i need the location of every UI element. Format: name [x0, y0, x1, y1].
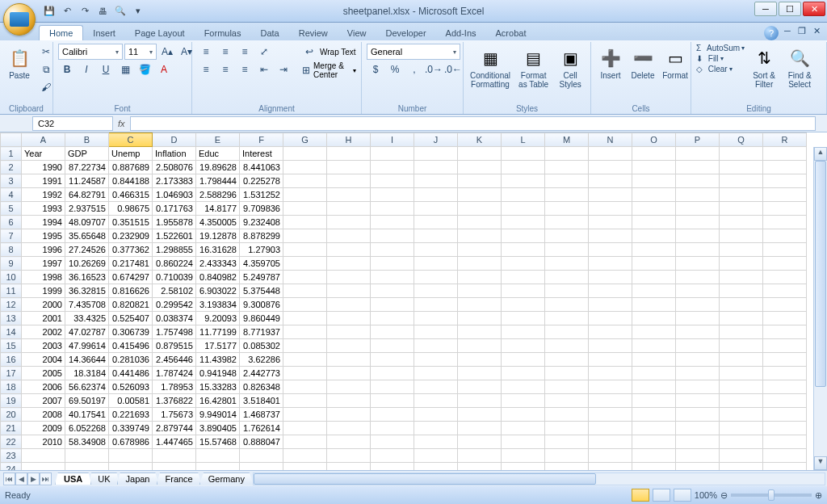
format-as-table-button[interactable]: ▤Format as Table: [515, 44, 552, 90]
cell-J3[interactable]: [414, 174, 458, 188]
cell-I5[interactable]: [371, 202, 414, 216]
cell-L7[interactable]: [502, 229, 545, 243]
underline-button[interactable]: U: [97, 61, 115, 78]
cell-N2[interactable]: [589, 161, 632, 174]
cell-P17[interactable]: [676, 367, 720, 380]
cell-B10[interactable]: 36.16523: [65, 271, 109, 284]
cell-A19[interactable]: 2007: [22, 394, 65, 408]
cell-M18[interactable]: [545, 380, 589, 394]
cell-D14[interactable]: 1.757498: [153, 326, 196, 339]
cell-G20[interactable]: [283, 408, 327, 422]
cell-C21[interactable]: 0.339749: [109, 422, 153, 435]
cell-P14[interactable]: [676, 326, 720, 339]
cell-Q9[interactable]: [720, 257, 763, 271]
cell-F5[interactable]: 9.709836: [240, 202, 283, 216]
cell-F19[interactable]: 3.518401: [240, 394, 283, 408]
cell-K4[interactable]: [458, 188, 502, 202]
tab-home[interactable]: Home: [39, 25, 83, 40]
cell-H4[interactable]: [327, 188, 371, 202]
qat-redo-icon[interactable]: ↷: [78, 4, 92, 19]
cell-P11[interactable]: [676, 284, 720, 298]
cell-O7[interactable]: [632, 229, 676, 243]
cell-P8[interactable]: [676, 243, 720, 257]
fill-button[interactable]: ⬇ Fill▾: [696, 54, 745, 63]
cell-D22[interactable]: 1.447465: [153, 435, 196, 449]
cell-Q13[interactable]: [720, 312, 763, 326]
cell-I4[interactable]: [371, 188, 414, 202]
find-select-button[interactable]: 🔍Find & Select: [783, 44, 816, 90]
window-close-button[interactable]: ✕: [803, 2, 825, 16]
ribbon-minimize-button[interactable]: ─: [782, 26, 793, 40]
font-color-button[interactable]: A: [155, 61, 173, 78]
cell-O14[interactable]: [632, 326, 676, 339]
cell-E20[interactable]: 9.949014: [196, 408, 240, 422]
cell-P24[interactable]: [676, 463, 720, 471]
col-header-E[interactable]: E: [196, 133, 240, 147]
cell-K21[interactable]: [458, 422, 502, 435]
cell-P7[interactable]: [676, 229, 720, 243]
cell-O11[interactable]: [632, 284, 676, 298]
col-header-H[interactable]: H: [327, 133, 371, 147]
cell-J10[interactable]: [414, 271, 458, 284]
cell-E2[interactable]: 19.89628: [196, 161, 240, 174]
scroll-up-button[interactable]: ▲: [814, 147, 827, 161]
help-icon[interactable]: ?: [764, 26, 779, 40]
cell-K14[interactable]: [458, 326, 502, 339]
cell-N20[interactable]: [589, 408, 632, 422]
cell-P6[interactable]: [676, 216, 720, 229]
cell-K8[interactable]: [458, 243, 502, 257]
cell-D21[interactable]: 2.879744: [153, 422, 196, 435]
cell-R23[interactable]: [763, 449, 807, 463]
cell-H18[interactable]: [327, 380, 371, 394]
cell-I16[interactable]: [371, 353, 414, 367]
sheet-nav-prev[interactable]: ◀: [15, 472, 27, 485]
cell-N15[interactable]: [589, 339, 632, 353]
cell-G3[interactable]: [283, 174, 327, 188]
cell-B19[interactable]: 69.50197: [65, 394, 109, 408]
cell-M7[interactable]: [545, 229, 589, 243]
tab-addins[interactable]: Add-Ins: [436, 26, 486, 40]
cell-G7[interactable]: [283, 229, 327, 243]
cell-M12[interactable]: [545, 298, 589, 312]
cell-M20[interactable]: [545, 408, 589, 422]
cell-C11[interactable]: 0.816626: [109, 284, 153, 298]
cell-L5[interactable]: [502, 202, 545, 216]
vscroll-thumb[interactable]: [815, 161, 826, 387]
cell-R16[interactable]: [763, 353, 807, 367]
insert-cells-button[interactable]: ➕Insert: [596, 44, 625, 82]
cell-G17[interactable]: [283, 367, 327, 380]
cell-C8[interactable]: 0.377362: [109, 243, 153, 257]
cell-H20[interactable]: [327, 408, 371, 422]
cell-A15[interactable]: 2003: [22, 339, 65, 353]
comma-button[interactable]: ,: [405, 61, 423, 78]
cell-A1[interactable]: Year: [22, 147, 65, 161]
cell-L22[interactable]: [502, 435, 545, 449]
cell-I10[interactable]: [371, 271, 414, 284]
cell-P12[interactable]: [676, 298, 720, 312]
sheet-tab-france[interactable]: France: [157, 472, 202, 485]
currency-button[interactable]: $: [367, 61, 384, 78]
cell-G13[interactable]: [283, 312, 327, 326]
cell-B23[interactable]: [65, 449, 109, 463]
cell-D13[interactable]: 0.038374: [153, 312, 196, 326]
cell-J1[interactable]: [414, 147, 458, 161]
cell-P16[interactable]: [676, 353, 720, 367]
cell-J22[interactable]: [414, 435, 458, 449]
cell-E22[interactable]: 15.57468: [196, 435, 240, 449]
cell-N17[interactable]: [589, 367, 632, 380]
cell-L10[interactable]: [502, 271, 545, 284]
cell-C6[interactable]: 0.351515: [109, 216, 153, 229]
cell-D2[interactable]: 2.508076: [153, 161, 196, 174]
cell-R2[interactable]: [763, 161, 807, 174]
cell-B21[interactable]: 6.052268: [65, 422, 109, 435]
cell-L9[interactable]: [502, 257, 545, 271]
cell-L19[interactable]: [502, 394, 545, 408]
fill-color-button[interactable]: 🪣: [136, 61, 153, 78]
cell-K10[interactable]: [458, 271, 502, 284]
cell-M21[interactable]: [545, 422, 589, 435]
cell-L6[interactable]: [502, 216, 545, 229]
cell-Q18[interactable]: [720, 380, 763, 394]
cell-N1[interactable]: [589, 147, 632, 161]
cell-O10[interactable]: [632, 271, 676, 284]
cell-K12[interactable]: [458, 298, 502, 312]
